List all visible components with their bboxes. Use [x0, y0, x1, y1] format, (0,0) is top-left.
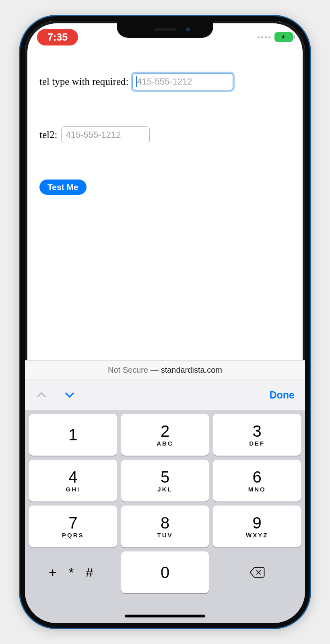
- test-me-button[interactable]: Test Me: [39, 180, 87, 195]
- phone-frame: 7:35 tel type with required: tel2: Test …: [20, 16, 310, 628]
- done-button[interactable]: Done: [270, 389, 295, 401]
- side-button: [20, 214, 21, 252]
- key-8[interactable]: 8TUV: [121, 506, 209, 547]
- prev-field-icon: [35, 389, 47, 401]
- side-button: [20, 126, 21, 147]
- key-6[interactable]: 6MNO: [213, 460, 301, 502]
- status-time-recording[interactable]: 7:35: [37, 29, 78, 45]
- keyboard-accessory-bar: Done: [25, 380, 305, 410]
- key-5[interactable]: 5JKL: [121, 460, 209, 502]
- battery-charging-icon: [274, 32, 293, 42]
- backspace-key[interactable]: [213, 551, 301, 593]
- key-0[interactable]: 0: [121, 551, 209, 593]
- next-field-icon[interactable]: [64, 389, 76, 401]
- home-indicator[interactable]: [125, 615, 205, 617]
- address-host: standardista.com: [161, 365, 222, 375]
- cellular-dots-icon: [258, 36, 270, 38]
- side-button: [309, 190, 310, 250]
- tel2-label: tel2:: [39, 129, 57, 140]
- tel1-label: tel type with required:: [39, 76, 128, 87]
- tel1-input[interactable]: [132, 73, 233, 90]
- key-2[interactable]: 2ABC: [121, 414, 209, 456]
- key-4[interactable]: 4GHI: [29, 460, 117, 502]
- not-secure-label: Not Secure —: [108, 365, 159, 375]
- side-button: [20, 166, 21, 204]
- key-symbols[interactable]: + * #: [29, 551, 117, 593]
- key-1[interactable]: 1: [29, 414, 117, 456]
- key-9[interactable]: 9WXYZ: [213, 506, 301, 547]
- page-content: tel type with required: tel2: Test Me: [25, 49, 305, 195]
- key-3[interactable]: 3DEF: [213, 414, 301, 456]
- tel2-input[interactable]: [61, 126, 150, 143]
- numeric-keypad: 1 2ABC 3DEF 4GHI 5JKL 6MNO 7PQRS 8TUV 9W…: [25, 410, 305, 623]
- backspace-icon: [249, 564, 266, 581]
- address-bar[interactable]: Not Secure — standardista.com: [25, 360, 305, 380]
- key-7[interactable]: 7PQRS: [29, 506, 117, 547]
- device-notch: [117, 21, 213, 38]
